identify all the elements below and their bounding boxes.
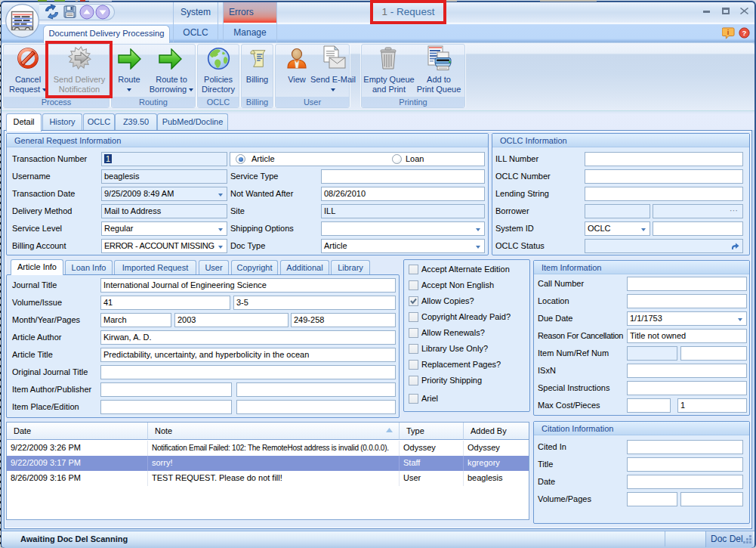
- svg-text:i: i: [727, 29, 729, 36]
- svg-text:?: ?: [742, 29, 747, 37]
